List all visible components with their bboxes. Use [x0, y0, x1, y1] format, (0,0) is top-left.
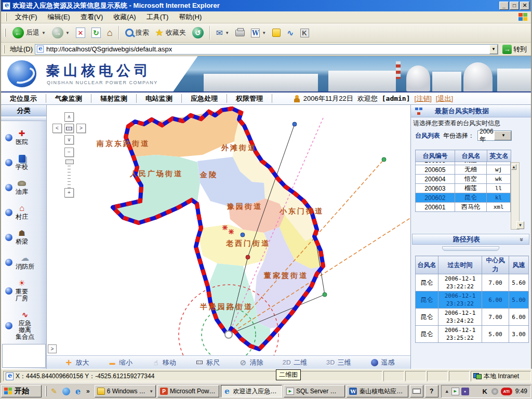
menu-tools[interactable]: 工具(T) [141, 11, 174, 23]
refresh-button[interactable] [89, 26, 103, 39]
minimize-button[interactable]: _ [499, 2, 509, 10]
group-dropdown-icon[interactable]: ▼ [149, 389, 153, 394]
start-button[interactable]: 开始 [1, 385, 42, 397]
col-center-power[interactable]: 中心风力 [482, 256, 509, 274]
sphere-bullet-icon[interactable] [5, 234, 12, 241]
help-button[interactable]: ? [425, 385, 438, 397]
pan-right-button[interactable]: > [76, 124, 86, 133]
tray-grid-icon[interactable] [471, 388, 479, 395]
sphere-bullet-icon[interactable] [5, 209, 12, 216]
zoom-minus-button[interactable]: − [64, 148, 74, 157]
sidebar-item-village[interactable]: 村庄 [1, 200, 46, 225]
nav-tab-station[interactable]: 电站监测 [137, 94, 182, 103]
stop-button[interactable] [73, 26, 88, 39]
maximize-button[interactable]: □ [510, 2, 519, 10]
keyboard-layout-button[interactable] [410, 385, 423, 397]
search-button[interactable]: 搜索 [123, 26, 152, 39]
typhoon-row[interactable]: 200601 西马伦 xml [416, 203, 511, 212]
sphere-bullet-icon[interactable] [5, 287, 12, 295]
sidebar-item-bridge[interactable]: 桥梁 [1, 225, 46, 250]
mail-button[interactable]: ▼ [214, 26, 232, 39]
detail-row[interactable]: 昆仑 2006-12-1 23:22:22 7.00 5.60 [416, 274, 529, 291]
sphere-bullet-icon[interactable] [5, 322, 12, 329]
track-point-green-low[interactable] [323, 292, 327, 297]
year-select-dropdown-icon[interactable]: ▼ [494, 131, 511, 140]
col-typhoon-en[interactable]: 英文名 [487, 150, 511, 162]
home-button[interactable] [104, 26, 115, 40]
task-windows-explorer-group[interactable]: 6 Windows Expl... ▼ [95, 385, 156, 397]
sphere-bullet-icon[interactable] [5, 259, 12, 266]
map-remote-sensing-button[interactable]: 遥感 [370, 358, 395, 367]
quicklaunch-ie-icon[interactable]: e [73, 387, 83, 396]
messenger-button[interactable] [284, 26, 296, 39]
task-powerpoint[interactable]: P Microsoft PowerP... [157, 385, 219, 397]
map-zoom-out-button[interactable]: 缩小 [108, 358, 132, 367]
forward-button[interactable]: ▼ [49, 25, 72, 40]
scroll-down-icon[interactable]: ▼ [516, 221, 524, 229]
panel-splitter-grip[interactable] [442, 246, 499, 251]
mail-dropdown-icon[interactable]: ▼ [225, 31, 229, 35]
detail-row-selected[interactable]: 昆仑 2006-12-1 23:23:22 6.00 5.00 [416, 291, 529, 309]
track-point-green-right[interactable] [382, 157, 386, 162]
quicklaunch-overflow-icon[interactable]: » [85, 388, 91, 395]
history-button[interactable] [190, 25, 206, 40]
map-2d-button[interactable]: 2D二维 [283, 358, 308, 367]
pan-down-button[interactable]: ∨ [64, 135, 74, 144]
nav-tab-radiation[interactable]: 辐射监测 [91, 94, 137, 103]
pan-left-button[interactable]: < [52, 124, 62, 133]
menu-file[interactable]: 文件(F) [10, 11, 43, 23]
menu-edit[interactable]: 编辑(E) [43, 11, 75, 23]
toolbar-grip[interactable] [4, 29, 6, 37]
pan-center-button[interactable] [64, 124, 74, 133]
nav-tab-weather[interactable]: 气象监测 [46, 94, 91, 103]
sidebar-item-assembly-point[interactable]: 应急 撤离 集合点 [1, 307, 46, 345]
typhoon-row[interactable]: 200604 悟空 wk [416, 175, 511, 184]
sidebar-item-school[interactable]: 学校 [1, 150, 46, 175]
map-ruler-button[interactable]: 标尺 [195, 358, 220, 367]
edit-dropdown-icon[interactable]: ▼ [262, 31, 266, 35]
sidebar-item-key-buildings[interactable]: 重要 厂房 [1, 275, 46, 307]
go-button[interactable]: → 转到 [500, 45, 529, 54]
typhoon-center-point[interactable] [225, 331, 232, 338]
menu-view[interactable]: 查看(V) [75, 11, 108, 23]
forward-dropdown-icon[interactable]: ▼ [65, 31, 70, 35]
nav-tab-emergency[interactable]: 应急处理 [182, 94, 227, 103]
track-point-blue-top[interactable] [292, 122, 297, 126]
logout-link[interactable]: [注销] [415, 94, 432, 103]
quicklaunch-grip[interactable] [45, 386, 47, 396]
col-name[interactable]: 台风名 [416, 256, 438, 274]
map-pan-button[interactable]: 移动 [152, 358, 176, 367]
address-input[interactable]: http://localhost/QSgridwebgis/default.as… [35, 44, 498, 55]
sidebar-item-oil-depot[interactable]: 油库 [1, 175, 46, 200]
typhoon-list-scrollbar[interactable]: ▲ ▼ [511, 162, 520, 230]
pan-up-button[interactable]: ∧ [64, 112, 74, 122]
col-wind-speed[interactable]: 风速 [509, 256, 529, 274]
sphere-bullet-icon[interactable] [5, 184, 12, 191]
quicklaunch-msn-icon[interactable] [61, 387, 71, 396]
back-button[interactable]: 后退 ▼ [10, 25, 48, 40]
address-dropdown-icon[interactable]: ▼ [489, 45, 498, 54]
zoom-plus-button[interactable]: + [64, 188, 74, 197]
col-past-time[interactable]: 过去时间 [438, 256, 482, 274]
scroll-up-icon[interactable]: ▲ [511, 164, 516, 170]
exit-link[interactable]: [退出] [436, 94, 453, 103]
detail-row[interactable]: 昆仑 2006-12-1 23:24:22 7.00 6.00 [416, 309, 529, 326]
print-button[interactable] [233, 28, 247, 38]
notes-button[interactable] [270, 27, 283, 38]
quicklaunch-pen-icon[interactable] [49, 387, 59, 396]
tray-ati-icon[interactable] [501, 388, 512, 395]
menu-favorites[interactable]: 收藏(A) [108, 11, 141, 23]
collapse-chevron-icon[interactable]: » [518, 237, 526, 241]
tray-agent-icon[interactable] [461, 388, 469, 395]
track-point-blue-mid[interactable] [241, 233, 245, 237]
path-list-bar[interactable]: 路径列表 » [412, 234, 529, 245]
sidebar-item-hospital[interactable]: 医院 [1, 125, 46, 150]
menu-help[interactable]: 帮助(H) [174, 11, 207, 23]
task-sql-server[interactable]: SQL Server 服务... [284, 385, 345, 397]
map-clear-button[interactable]: 清除 [239, 358, 263, 367]
favorites-button[interactable]: 收藏夹 [153, 25, 189, 40]
tray-kaspersky-icon[interactable] [481, 388, 489, 395]
zoom-slider[interactable] [64, 163, 74, 189]
typhoon-row[interactable]: 200605 无稽 wj [416, 165, 511, 175]
tray-clock[interactable]: 9:49 [514, 388, 527, 395]
